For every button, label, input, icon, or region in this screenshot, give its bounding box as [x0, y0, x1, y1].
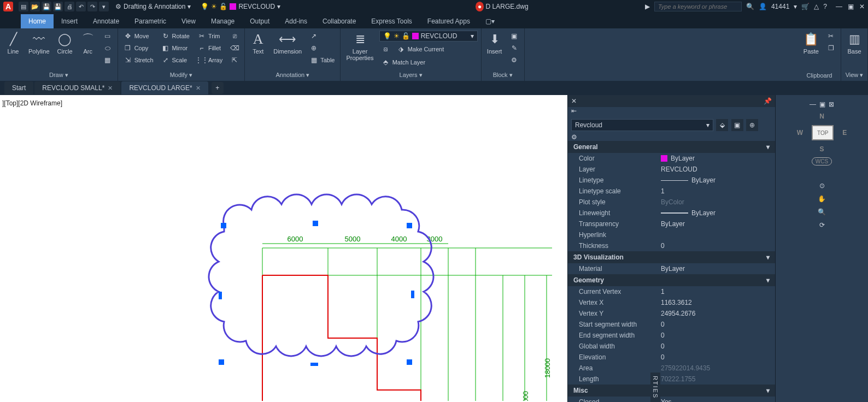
share-icon[interactable]: ▶: [645, 3, 650, 10]
qat-redo-icon[interactable]: ↷: [87, 2, 97, 11]
group-label-layers[interactable]: Layers ▾: [344, 70, 477, 80]
ellipse-button[interactable]: ⬭: [101, 43, 114, 54]
match-layer-button[interactable]: ⬘Match Layer: [379, 57, 478, 68]
prop-elevation[interactable]: 0: [661, 353, 775, 361]
arc-button[interactable]: ⌒Arc: [78, 31, 98, 56]
prop-vertex-y[interactable]: 24954.2676: [661, 310, 775, 317]
group-label-clipboard[interactable]: Clipboard: [801, 71, 837, 80]
palette-pin-icon[interactable]: 📌: [764, 97, 772, 105]
doctab-small[interactable]: REVCLOUD SMALL*✕: [34, 81, 120, 94]
qat-saveas-icon[interactable]: 💾: [53, 2, 63, 11]
offset-button[interactable]: ⎚: [228, 31, 241, 42]
tab-overflow[interactable]: ▢▾: [478, 14, 502, 28]
section-3d-visualization[interactable]: 3D Visualization▾: [568, 251, 775, 263]
pan-icon[interactable]: ✋: [818, 195, 826, 203]
prop-material[interactable]: ByLayer: [661, 265, 775, 273]
zoom-icon[interactable]: 🔍: [818, 208, 826, 216]
add-tab-button[interactable]: +: [212, 82, 224, 94]
prop-end-seg-width[interactable]: 0: [661, 332, 775, 339]
qat-plot-icon[interactable]: 🖨: [64, 2, 74, 11]
tab-express-tools[interactable]: Express Tools: [363, 14, 419, 28]
qat-save-icon[interactable]: 💾: [42, 2, 51, 11]
dimension-button[interactable]: ⟷Dimension: [271, 31, 304, 56]
prop-hyperlink[interactable]: [661, 231, 775, 239]
grip[interactable]: [407, 223, 412, 228]
close-viewport-icon[interactable]: ⊠: [829, 100, 834, 108]
make-current-button[interactable]: ⬗Make Current: [395, 44, 447, 55]
palette-options-icon[interactable]: ⚙: [571, 133, 577, 141]
palette-dock-icon[interactable]: ⇤: [571, 107, 577, 115]
rectangle-button[interactable]: ▭: [101, 31, 114, 42]
prop-current-vertex[interactable]: 1: [661, 288, 775, 295]
properties-tab-label[interactable]: RTIES: [650, 373, 660, 402]
rotate-button[interactable]: ↻Rotate: [159, 31, 192, 42]
group-label-draw[interactable]: Draw ▾: [3, 70, 114, 80]
cut-button[interactable]: ✂: [824, 31, 837, 42]
viewcube-top[interactable]: TOP: [812, 125, 834, 140]
grip[interactable]: [411, 291, 414, 298]
viewcube-w[interactable]: W: [797, 129, 803, 137]
qat-new-icon[interactable]: ▤: [19, 2, 28, 11]
tab-annotate[interactable]: Annotate: [85, 14, 127, 28]
minimize-viewport-icon[interactable]: —: [810, 100, 816, 108]
prop-global-width[interactable]: 0: [661, 342, 775, 350]
mirror-button[interactable]: ◧Mirror: [159, 43, 192, 54]
copy-clip-button[interactable]: ❐: [824, 43, 837, 54]
base-button[interactable]: ▥Base: [844, 31, 864, 56]
tab-manage[interactable]: Manage: [203, 14, 242, 28]
tab-collaborate[interactable]: Collaborate: [315, 14, 363, 28]
grip[interactable]: [219, 359, 224, 365]
qat-open-icon[interactable]: 📂: [30, 2, 40, 11]
qat-undo-icon[interactable]: ↶: [76, 2, 86, 11]
layer-off-button[interactable]: ⦻: [379, 44, 392, 55]
cart-icon[interactable]: 🛒: [801, 3, 810, 10]
create-block-button[interactable]: ▣: [508, 31, 521, 42]
explode-button[interactable]: ⇱: [228, 55, 241, 66]
viewcube-n[interactable]: N: [819, 113, 824, 120]
section-general[interactable]: General▾: [568, 141, 775, 153]
help-icon[interactable]: ?: [823, 3, 827, 10]
table-button[interactable]: ▦Table: [307, 55, 337, 66]
prop-thickness[interactable]: 0: [661, 242, 775, 250]
stretch-button[interactable]: ⇲Stretch: [121, 55, 156, 66]
group-label-block[interactable]: Block ▾: [485, 70, 521, 80]
close-icon[interactable]: ✕: [108, 85, 113, 92]
search-input[interactable]: [654, 2, 742, 11]
polyline-button[interactable]: 〰Polyline: [26, 31, 52, 56]
erase-button[interactable]: ⌫: [228, 43, 241, 54]
trim-button[interactable]: ✂Trim: [195, 31, 225, 42]
grip[interactable]: [407, 359, 412, 365]
app-logo[interactable]: A: [3, 2, 13, 11]
tab-parametric[interactable]: Parametric: [127, 14, 174, 28]
grip[interactable]: [313, 221, 318, 226]
section-geometry[interactable]: Geometry▾: [568, 274, 775, 286]
prop-closed[interactable]: Yes: [661, 398, 775, 402]
quickselect-icon[interactable]: ⬙: [716, 119, 728, 131]
viewcube-e[interactable]: E: [842, 129, 847, 137]
prop-transparency[interactable]: ByLayer: [661, 220, 775, 228]
grip[interactable]: [221, 223, 226, 228]
prop-start-seg-width[interactable]: 0: [661, 321, 775, 328]
wcs-label[interactable]: WCS: [812, 157, 832, 165]
restore-viewport-icon[interactable]: ▣: [819, 100, 825, 108]
centerline-button[interactable]: ⊕: [307, 43, 337, 54]
chevron-down-icon[interactable]: ▾: [794, 3, 797, 10]
prop-lineweight[interactable]: ByLayer: [661, 209, 775, 217]
prop-ltscale[interactable]: 1: [661, 187, 775, 195]
hatch-button[interactable]: ▦: [101, 55, 114, 66]
doctab-large[interactable]: REVCLOUD LARGE*✕: [121, 81, 208, 94]
tab-output[interactable]: Output: [242, 14, 277, 28]
close-icon[interactable]: ✕: [859, 3, 865, 10]
line-button[interactable]: ╱Line: [3, 31, 23, 56]
minimize-icon[interactable]: —: [836, 3, 842, 10]
scale-button[interactable]: ⤢Scale: [159, 55, 192, 66]
user-icon[interactable]: 👤: [759, 3, 767, 10]
close-icon[interactable]: ✕: [196, 85, 201, 92]
grip[interactable]: [310, 363, 318, 366]
search-icon[interactable]: 🔍: [746, 3, 754, 10]
fillet-button[interactable]: ⌐Fillet: [195, 43, 225, 54]
move-button[interactable]: ✥Move: [121, 31, 156, 42]
tab-view[interactable]: View: [174, 14, 203, 28]
array-button[interactable]: ⋮⋮Array: [195, 55, 225, 66]
prop-linetype[interactable]: ByLayer: [661, 176, 775, 184]
